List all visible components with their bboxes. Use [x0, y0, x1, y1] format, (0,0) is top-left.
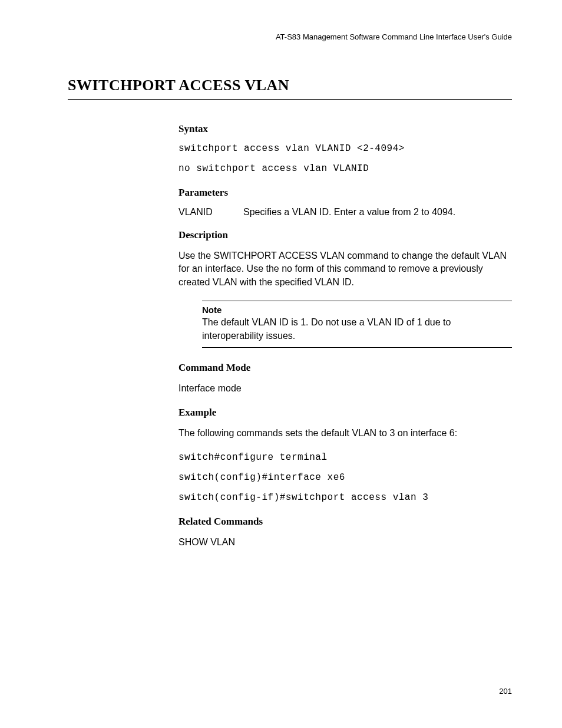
- syntax-line: switchport access vlan VLANID <2-4094>: [178, 143, 512, 154]
- example-line: switch(config-if)#switchport access vlan…: [178, 492, 512, 503]
- parameter-description: Specifies a VLAN ID. Enter a value from …: [243, 207, 455, 218]
- command-mode-heading: Command Mode: [178, 362, 512, 374]
- note-label: Note: [202, 305, 512, 315]
- related-commands-heading: Related Commands: [178, 516, 512, 528]
- page-header: AT-S83 Management Software Command Line …: [68, 32, 512, 41]
- description-text: Use the SWITCHPORT ACCESS VLAN command t…: [178, 249, 512, 289]
- page-number: 201: [499, 687, 512, 696]
- document-page: AT-S83 Management Software Command Line …: [0, 0, 562, 590]
- syntax-heading: Syntax: [178, 123, 512, 135]
- content-body: Syntax switchport access vlan VLANID <2-…: [178, 123, 512, 549]
- description-heading: Description: [178, 229, 512, 241]
- command-title: SWITCHPORT ACCESS VLAN: [68, 77, 512, 100]
- command-mode-text: Interface mode: [178, 382, 512, 395]
- syntax-line: no switchport access vlan VLANID: [178, 163, 512, 174]
- example-line: switch#configure terminal: [178, 452, 512, 463]
- example-heading: Example: [178, 407, 512, 419]
- example-line: switch(config)#interface xe6: [178, 472, 512, 483]
- note-text: The default VLAN ID is 1. Do not use a V…: [202, 316, 512, 342]
- parameters-heading: Parameters: [178, 187, 512, 199]
- note-box: Note The default VLAN ID is 1. Do not us…: [202, 301, 512, 348]
- related-commands-text: SHOW VLAN: [178, 536, 512, 549]
- parameter-name: VLANID: [178, 207, 243, 218]
- example-intro: The following commands sets the default …: [178, 427, 512, 440]
- parameter-row: VLANID Specifies a VLAN ID. Enter a valu…: [178, 207, 512, 218]
